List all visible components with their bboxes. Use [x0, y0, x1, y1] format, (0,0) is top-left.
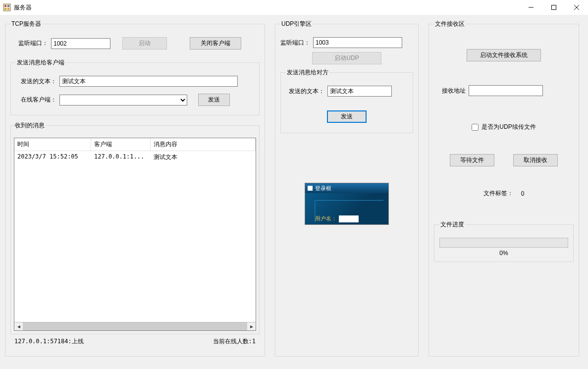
preview-app-icon [307, 185, 313, 191]
tcp-send-group: 发送消息给客户端 发送的文本： 在线客户端： 发送 [10, 58, 260, 115]
tcp-online-clients-label: 在线客户端： [21, 96, 56, 104]
cell-content: 测试文本 [151, 151, 256, 163]
listview-body: 2023/3/7 15:52:05 127.0.0.1:1... 测试文本 [14, 151, 256, 322]
tcp-group-title: TCP服务器 [10, 20, 42, 28]
window-title: 服务器 [14, 3, 32, 12]
scroll-right-icon[interactable]: ▸ [247, 322, 256, 331]
tcp-status-left: 127.0.0.1:57184:上线 [14, 337, 84, 346]
svg-rect-3 [4, 8, 6, 10]
maximize-button[interactable] [542, 0, 565, 15]
tcp-send-group-title: 发送消息给客户端 [16, 58, 65, 67]
app-icon [3, 3, 11, 11]
tcp-send-text-label: 发送的文本： [21, 77, 56, 86]
cancel-recv-button[interactable]: 取消接收 [513, 154, 558, 166]
udp-listen-port-label: 监听端口： [280, 39, 310, 47]
tcp-recv-group: 收到的消息 时间 客户端 消息内容 2023/3/7 15:52:05 127.… [10, 121, 260, 334]
tcp-server-group: TCP服务器 监听端口： 启动 关闭客户端 发送消息给客户端 发送的文本： 在线… [5, 20, 265, 357]
preview-titlebar: 登录框 [305, 183, 388, 193]
file-tag-label: 文件标签： [483, 189, 513, 198]
udp-send-group-title: 发送消息给对方 [286, 68, 329, 77]
udp-send-group: 发送消息给对方 发送的文本： 发送 [280, 68, 413, 133]
listview-header: 时间 客户端 消息内容 [14, 138, 256, 151]
file-receive-group: 文件接收区 启动文件接收系统 接收地址 是否为UDP续传文件 等待文件 取消接收… [428, 20, 579, 357]
minimize-button[interactable] [520, 0, 542, 15]
udp-send-button[interactable]: 发送 [327, 110, 367, 123]
svg-rect-9 [308, 186, 313, 191]
file-progress-bar [439, 238, 568, 248]
file-progress-title: 文件进度 [439, 220, 465, 229]
udp-start-button[interactable]: 启动UDP [312, 52, 381, 64]
tcp-send-text-input[interactable] [59, 76, 238, 87]
cell-client: 127.0.0.1:1... [91, 151, 151, 163]
col-client-header[interactable]: 客户端 [91, 138, 151, 151]
client-area: TCP服务器 监听端口： 启动 关闭客户端 发送消息给客户端 发送的文本： 在线… [0, 15, 588, 369]
file-progress-group: 文件进度 0% [434, 220, 574, 262]
udp-send-text-input[interactable] [327, 86, 392, 97]
svg-rect-1 [4, 5, 6, 7]
udp-engine-group: UDP引擎区 监听端口： 启动UDP 发送消息给对方 发送的文本： 发送 登录框 [275, 20, 419, 357]
tcp-listen-port-input[interactable] [51, 38, 110, 49]
horizontal-scrollbar[interactable]: ◂ ▸ [14, 322, 256, 330]
tcp-status-row: 127.0.0.1:57184:上线 当前在线人数:1 [10, 334, 260, 346]
file-progress-text: 0% [439, 250, 568, 257]
titlebar-left: 服务器 [3, 3, 32, 12]
udp-preview-image: 登录框 用户名： [305, 183, 389, 225]
scroll-left-icon[interactable]: ◂ [14, 322, 23, 331]
window-titlebar: 服务器 [0, 0, 588, 15]
svg-rect-2 [7, 5, 9, 7]
tcp-message-list[interactable]: 时间 客户端 消息内容 2023/3/7 15:52:05 127.0.0.1:… [14, 138, 256, 331]
table-row[interactable]: 2023/3/7 15:52:05 127.0.0.1:1... 测试文本 [14, 151, 256, 163]
tcp-recv-group-title: 收到的消息 [14, 121, 46, 130]
preview-body: 用户名： [305, 193, 388, 224]
udp-send-text-label: 发送的文本： [289, 87, 324, 96]
preview-login-row: 用户名： [315, 215, 359, 222]
tcp-listen-port-label: 监听端口： [18, 39, 48, 48]
tcp-online-clients-combo[interactable] [59, 95, 187, 105]
file-start-button[interactable]: 启动文件接收系统 [467, 49, 541, 61]
close-button[interactable] [565, 0, 588, 15]
file-tag-value: 0 [521, 190, 525, 197]
udp-resume-checkbox[interactable] [472, 124, 479, 131]
tcp-send-button[interactable]: 发送 [198, 94, 230, 106]
preview-title: 登录框 [315, 185, 331, 192]
udp-listen-port-input[interactable] [313, 37, 402, 48]
svg-rect-6 [552, 5, 556, 10]
window-controls [520, 0, 588, 15]
cell-time: 2023/3/7 15:52:05 [14, 151, 91, 163]
tcp-close-client-button[interactable]: 关闭客户端 [190, 37, 241, 50]
file-group-title: 文件接收区 [434, 20, 466, 28]
preview-user-label: 用户名： [315, 215, 337, 222]
udp-group-title: UDP引擎区 [280, 20, 313, 28]
preview-user-field [339, 215, 359, 222]
recv-addr-label: 接收地址 [442, 87, 466, 95]
recv-addr-input[interactable] [469, 85, 543, 96]
tcp-start-button[interactable]: 启动 [122, 37, 167, 50]
col-content-header[interactable]: 消息内容 [151, 138, 256, 151]
tcp-status-right: 当前在线人数:1 [213, 337, 256, 346]
col-time-header[interactable]: 时间 [14, 138, 91, 151]
scrollbar-track[interactable] [23, 322, 247, 331]
svg-rect-4 [7, 8, 9, 10]
udp-resume-label: 是否为UDP续传文件 [481, 123, 535, 131]
wait-file-button[interactable]: 等待文件 [450, 154, 494, 166]
